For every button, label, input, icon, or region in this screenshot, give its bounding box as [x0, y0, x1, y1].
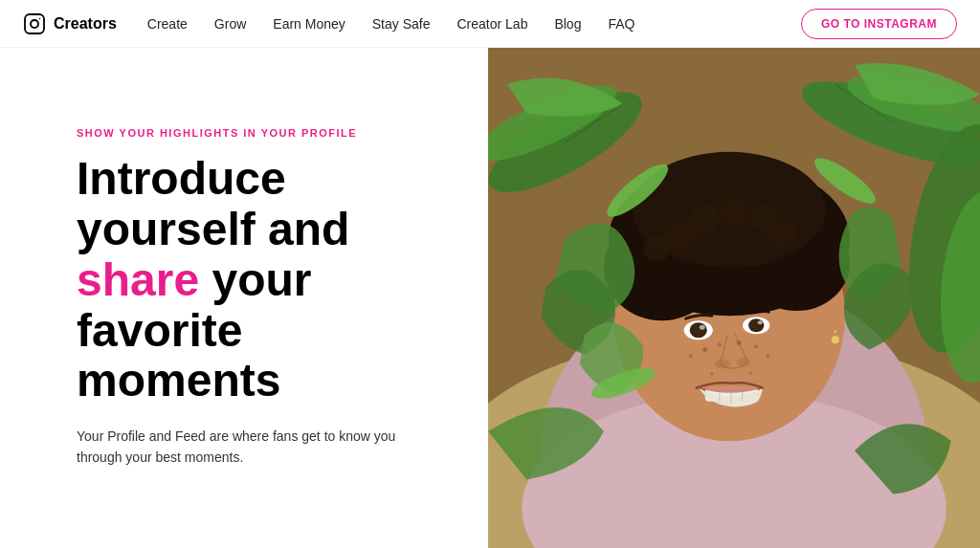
- instagram-icon: [23, 12, 46, 35]
- svg-point-10: [700, 325, 705, 330]
- svg-point-20: [702, 347, 707, 352]
- headline-accent: share: [77, 254, 199, 305]
- nav-link-grow[interactable]: Grow: [214, 16, 246, 32]
- svg-point-36: [767, 218, 797, 249]
- svg-point-26: [710, 372, 714, 376]
- hero-description: Your Profile and Feed are where fans get…: [77, 426, 431, 469]
- svg-rect-0: [25, 14, 44, 33]
- svg-point-15: [737, 357, 750, 366]
- nav-item-creator-lab[interactable]: Creator Lab: [457, 15, 527, 33]
- nav-link-create[interactable]: Create: [147, 16, 188, 32]
- svg-point-14: [715, 359, 730, 368]
- nav-links: Create Grow Earn Money Stay Safe Creator…: [147, 15, 801, 33]
- nav-item-earn-money[interactable]: Earn Money: [273, 15, 345, 33]
- svg-point-13: [758, 320, 763, 324]
- svg-point-9: [690, 322, 707, 338]
- main-content: SHOW YOUR HIGHLIGHTS IN YOUR PROFILE Int…: [0, 48, 980, 548]
- nav-item-blog[interactable]: Blog: [554, 15, 581, 33]
- nav-item-faq[interactable]: FAQ: [608, 15, 635, 33]
- brand-label: Creators: [54, 15, 117, 33]
- hero-text-panel: SHOW YOUR HIGHLIGHTS IN YOUR PROFILE Int…: [0, 48, 488, 548]
- headline-before: Introduce yourself and: [77, 153, 349, 254]
- svg-point-2: [39, 17, 41, 19]
- nav-link-faq[interactable]: FAQ: [608, 16, 635, 32]
- nav-link-blog[interactable]: Blog: [554, 16, 581, 32]
- nav-item-create[interactable]: Create: [147, 15, 188, 33]
- svg-point-1: [31, 20, 38, 28]
- svg-point-21: [718, 342, 722, 346]
- nav-link-earn-money[interactable]: Earn Money: [273, 16, 345, 32]
- svg-point-23: [754, 344, 758, 348]
- svg-point-22: [737, 340, 742, 345]
- svg-point-33: [691, 205, 720, 233]
- nav-link-stay-safe[interactable]: Stay Safe: [372, 16, 431, 32]
- nav-item-grow[interactable]: Grow: [214, 15, 246, 33]
- svg-point-37: [643, 234, 670, 261]
- hero-tagline: SHOW YOUR HIGHLIGHTS IN YOUR PROFILE: [77, 127, 431, 139]
- nav-item-stay-safe[interactable]: Stay Safe: [372, 15, 431, 33]
- svg-point-25: [689, 354, 693, 358]
- hero-image: [488, 48, 980, 548]
- svg-point-27: [748, 372, 752, 376]
- svg-point-24: [766, 354, 769, 358]
- brand-logo[interactable]: Creators: [23, 12, 117, 35]
- goto-instagram-button[interactable]: GO TO INSTAGRAM: [801, 9, 957, 39]
- svg-point-34: [719, 196, 749, 227]
- svg-point-38: [832, 336, 839, 343]
- hero-image-panel: [488, 48, 980, 548]
- hero-headline: Introduce yourself and share your favori…: [77, 154, 431, 406]
- nav-link-creator-lab[interactable]: Creator Lab: [457, 16, 527, 32]
- navbar: Creators Create Grow Earn Money Stay Saf…: [0, 0, 980, 48]
- svg-point-12: [748, 318, 764, 332]
